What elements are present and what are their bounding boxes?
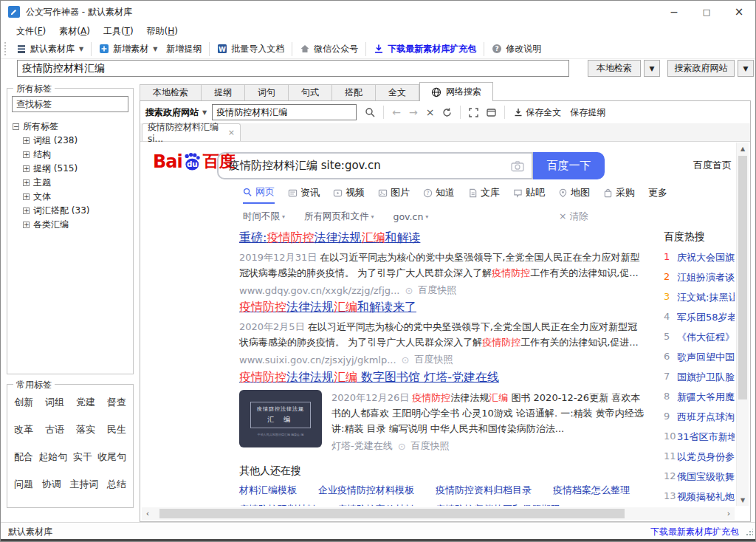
hot-search-item-10[interactable]: 1031省区市新增确 [664, 430, 735, 444]
baidu-nav-文库[interactable]: 文库 [468, 185, 500, 204]
tree-item-1[interactable]: +结构 [23, 148, 130, 162]
common-tag[interactable]: 古语 [45, 423, 64, 436]
baidu-nav-视频[interactable]: 视频 [333, 185, 365, 204]
tab-web-search[interactable]: 网络搜索 [419, 82, 493, 101]
close-button[interactable]: × [723, 1, 755, 23]
hot-search-item-2[interactable]: 2江姐扮演者谈张 [664, 271, 735, 284]
related-link[interactable]: 企业疫情防控材料模板 [318, 484, 414, 497]
hot-search-item-11[interactable]: 11以党员身份参加 [664, 450, 735, 464]
menu-item-tools[interactable]: 工具(T) [97, 24, 140, 39]
hot-search-item-5[interactable]: 5《伟大征程》这 [664, 331, 735, 344]
clear-filters-button[interactable]: × 清除 [559, 210, 588, 223]
baidu-nav-知道[interactable]: ?知道 [423, 185, 455, 204]
common-tag[interactable]: 改革 [14, 423, 33, 436]
browser-tab[interactable]: 疫情防控材料汇编 si... × [142, 123, 241, 141]
expand-icon[interactable]: + [23, 207, 30, 214]
expand-icon[interactable]: + [23, 165, 30, 172]
menu-item-help[interactable]: 帮助(H) [140, 24, 185, 39]
hot-search-item-13[interactable]: 13视频揭秘礼炮兵 [664, 490, 735, 504]
wechat-account-button[interactable]: 微信公众号 [295, 41, 362, 58]
forward-icon[interactable]: → [409, 106, 418, 118]
scroll-left-icon[interactable]: ‹ [142, 507, 154, 520]
baidu-snapshot-link[interactable]: 百度快照 [411, 439, 450, 453]
tree-item-2[interactable]: +提纲 (515) [23, 162, 130, 176]
batch-import-button[interactable]: W批量导入文档 [213, 41, 289, 58]
baidu-nav-地图[interactable]: 地图 [558, 185, 590, 204]
scroll-up-icon[interactable]: ▲ [737, 143, 749, 154]
gov-search-button[interactable]: 搜索政府网站 [667, 60, 735, 77]
baidu-nav-贴吧[interactable]: 贴吧 [513, 185, 545, 204]
camera-icon[interactable] [511, 160, 524, 172]
baidu-search-box[interactable]: 疫情防控材料汇编 site:gov.cn [217, 152, 533, 179]
common-tag[interactable]: 配合 [14, 450, 33, 464]
tab-phrases[interactable]: 词句 [245, 84, 289, 101]
baidu-snapshot-link[interactable]: 百度快照 [418, 284, 456, 297]
filter-时间不限[interactable]: 时间不限▾ [243, 210, 285, 223]
related-link[interactable]: 材料汇编模板 [239, 484, 297, 497]
refresh-icon[interactable] [442, 108, 452, 117]
common-tag[interactable]: 起始句 [38, 450, 67, 464]
common-tag[interactable]: 创新 [14, 396, 33, 409]
collapse-icon[interactable]: − [13, 123, 19, 130]
save-fulltext-button[interactable]: 保存全文 [514, 106, 561, 119]
baidu-home-link[interactable]: 百度首页 [693, 159, 732, 172]
menu-item-file[interactable]: 文件(F) [10, 24, 52, 39]
baidu-snapshot-link[interactable]: 百度快照 [415, 353, 453, 366]
tab-collocations[interactable]: 搭配 [332, 84, 376, 101]
result-title-link[interactable]: 疫情防控法律法规汇编和解读来了 [239, 299, 644, 315]
tab-outline[interactable]: 提纲 [202, 84, 245, 101]
vertical-scroll-thumb[interactable] [738, 156, 747, 399]
hot-search-item-4[interactable]: 4军乐团58岁老兵 [664, 311, 735, 324]
status-download-link[interactable]: 下载最新素材库扩充包 [650, 526, 739, 538]
toolbar-grip[interactable] [4, 42, 8, 55]
common-tag[interactable]: 协调 [42, 478, 61, 491]
local-search-button[interactable]: 本地检索 [588, 60, 641, 77]
expand-icon[interactable]: + [23, 222, 30, 228]
menu-item-material[interactable]: 素材(A) [52, 24, 97, 39]
fullscreen-icon[interactable] [469, 108, 478, 117]
expand-icon[interactable]: + [23, 193, 30, 200]
resize-grip[interactable] [746, 529, 753, 536]
tree-item-4[interactable]: +文体 [23, 190, 130, 204]
expand-icon[interactable]: + [23, 179, 30, 186]
hot-search-item-6[interactable]: 6歌声回望中国共 [664, 351, 735, 364]
common-tag[interactable]: 问题 [14, 478, 33, 491]
common-tag[interactable]: 民生 [107, 423, 126, 436]
tree-item-6[interactable]: +各类汇编 [23, 218, 130, 232]
result-title-link[interactable]: 重磅:疫情防控法律法规汇编和解读 [239, 230, 644, 245]
common-tag[interactable]: 词组 [45, 396, 64, 409]
expand-icon[interactable]: + [23, 151, 30, 158]
expand-icon[interactable]: + [23, 137, 30, 144]
gov-search-dropdown-arrow[interactable]: ▼ [738, 60, 754, 77]
horizontal-scroll-thumb[interactable] [159, 509, 625, 518]
tab-sentence-patterns[interactable]: 句式 [289, 84, 332, 101]
tree-root[interactable]: −所有标签 [13, 120, 130, 134]
common-tag[interactable]: 落实 [76, 423, 95, 436]
add-outline-button[interactable]: 新增提纲 [162, 41, 206, 58]
maximize-button[interactable]: □ [690, 1, 723, 23]
baidu-nav-网页[interactable]: 网页 [243, 185, 275, 204]
common-tag[interactable]: 党建 [76, 396, 95, 409]
hot-search-item-3[interactable]: 3汪文斌:抹黑让 [664, 291, 735, 304]
baidu-nav-更多[interactable]: 更多 [648, 185, 667, 204]
common-tag[interactable]: 实干 [73, 450, 92, 464]
search-mode-button[interactable]: 搜索政府网站 ▼ [145, 106, 207, 119]
minimize-button[interactable]: − [658, 1, 690, 23]
related-link[interactable]: 疫情防控宣传材料 [337, 503, 414, 506]
related-link[interactable]: 疫情防控资料归档目录 [436, 484, 532, 497]
baidu-nav-图片[interactable]: 图片 [378, 185, 410, 204]
find-tag-input[interactable] [12, 96, 128, 112]
local-search-dropdown-arrow[interactable]: ▼ [644, 60, 660, 77]
result-title-link[interactable]: 疫情防控法律法规汇编 数字图书馆 灯塔-党建在线 [239, 369, 644, 385]
related-link[interactable]: 疫情防控研判材料 [239, 503, 316, 506]
back-icon[interactable]: ← [392, 106, 401, 118]
baidu-search-button[interactable]: 百度一下 [533, 152, 605, 179]
filter-所有网页和文件[interactable]: 所有网页和文件▾ [304, 210, 374, 223]
hot-search-item-12[interactable]: 12俄国宝级歌舞团 [664, 470, 735, 484]
baidu-nav-采购[interactable]: 采购 [603, 185, 635, 204]
related-link[interactable]: 疫情防控归档范围和保管期限 [436, 503, 560, 506]
result-thumbnail[interactable]: 疫情防控法律法规汇 编中华人民共和国法律汇编 编委会 编 [239, 390, 322, 447]
download-pack-button[interactable]: 下载最新素材库扩充包 [369, 41, 481, 58]
tab-close-icon[interactable]: × [228, 128, 235, 137]
common-tag[interactable]: 总结 [107, 478, 126, 491]
